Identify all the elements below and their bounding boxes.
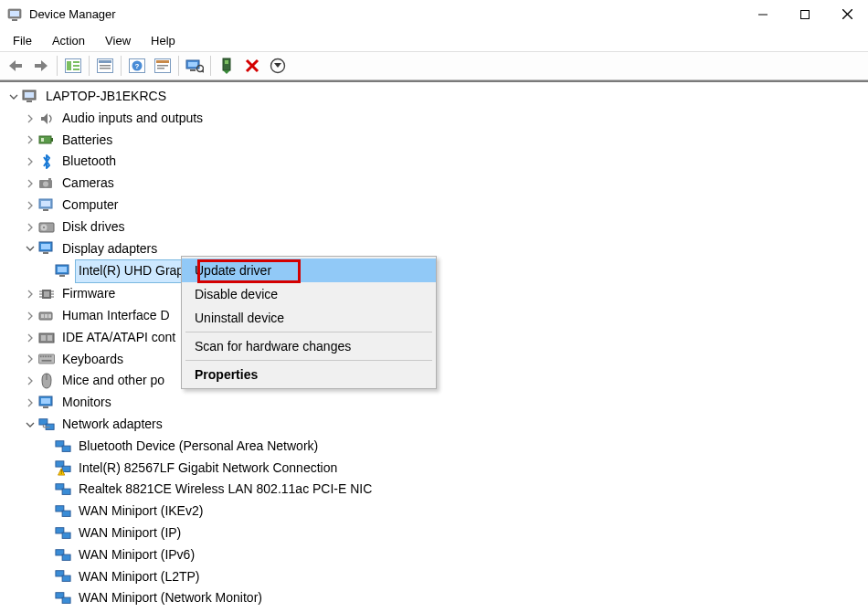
tree-item-network-adapters[interactable]: Network adapters [2, 414, 866, 436]
svg-rect-10 [67, 61, 71, 70]
tree-item-network-child[interactable]: WAN Miniport (IKEv2) [2, 501, 866, 522]
svg-rect-13 [73, 69, 79, 70]
menu-file[interactable]: File [4, 32, 41, 49]
ctx-scan-hardware[interactable]: Scan for hardware changes [182, 334, 436, 358]
tree-item-monitors[interactable]: Monitors [2, 392, 866, 414]
svg-rect-73 [43, 356, 45, 358]
computer-icon [38, 197, 55, 214]
chevron-right-icon[interactable] [24, 332, 37, 344]
svg-rect-80 [41, 398, 50, 404]
ctx-properties[interactable]: Properties [182, 363, 436, 386]
svg-rect-70 [48, 335, 52, 341]
uninstall-device-button[interactable] [240, 54, 264, 78]
bluetooth-icon [38, 153, 55, 170]
ctx-disable-device[interactable]: Disable device [182, 282, 436, 306]
update-driver-button[interactable] [215, 54, 238, 78]
svg-rect-100 [62, 576, 70, 582]
properties-button[interactable] [93, 54, 117, 78]
svg-rect-75 [48, 356, 49, 358]
svg-rect-51 [41, 244, 50, 249]
svg-rect-17 [100, 68, 111, 69]
svg-rect-4 [801, 10, 810, 18]
svg-rect-54 [58, 267, 67, 272]
svg-rect-8 [35, 64, 41, 68]
chevron-right-icon[interactable] [24, 221, 37, 234]
svg-text:!: ! [60, 470, 62, 476]
chevron-down-icon[interactable] [7, 90, 20, 103]
close-button[interactable] [826, 0, 868, 29]
svg-rect-65 [41, 314, 44, 318]
display-icon [38, 240, 55, 257]
firmware-icon [38, 286, 55, 302]
svg-rect-46 [43, 209, 48, 211]
tree-item-disk-drives[interactable]: Disk drives [2, 216, 866, 238]
chevron-right-icon[interactable] [24, 353, 37, 365]
chevron-right-icon[interactable] [24, 310, 37, 322]
disk-icon [38, 219, 55, 236]
tree-item-network-child[interactable]: WAN Miniport (Network Monitor) [2, 587, 866, 609]
chevron-right-icon[interactable] [24, 375, 37, 387]
titlebar: Device Manager [0, 0, 868, 29]
keyboard-icon [38, 351, 55, 367]
tree-item-network-child[interactable]: WAN Miniport (IPv6) [2, 544, 866, 566]
menubar: File Action View Help [0, 29, 868, 51]
network-icon [55, 503, 71, 520]
battery-icon [38, 132, 55, 148]
enable-device-button[interactable] [266, 54, 290, 78]
tree-item-computer[interactable]: Computer [2, 195, 866, 216]
tree-item-batteries[interactable]: Batteries [2, 130, 866, 152]
chevron-right-icon[interactable] [24, 199, 37, 212]
chevron-right-icon[interactable] [24, 177, 37, 190]
svg-rect-72 [40, 356, 42, 358]
svg-rect-45 [41, 201, 50, 206]
action-panel-button[interactable] [151, 54, 175, 78]
minimize-button[interactable] [742, 0, 784, 29]
help-button[interactable]: ? [125, 54, 149, 78]
network-icon [55, 568, 71, 585]
svg-rect-52 [43, 252, 48, 254]
back-button[interactable] [4, 54, 27, 78]
tree-item-network-child[interactable]: WAN Miniport (L2TP) [2, 566, 866, 588]
svg-rect-96 [62, 533, 70, 538]
svg-rect-67 [48, 314, 51, 318]
chevron-right-icon[interactable] [24, 396, 37, 409]
ctx-update-driver[interactable]: Update driver [182, 259, 436, 282]
svg-rect-69 [41, 335, 46, 341]
maximize-button[interactable] [784, 0, 826, 29]
tree-item-bluetooth[interactable]: Bluetooth [2, 151, 866, 173]
svg-rect-77 [42, 360, 52, 362]
forward-button[interactable] [29, 54, 53, 78]
scan-hardware-button[interactable] [183, 54, 206, 78]
tree-item-network-child[interactable]: WAN Miniport (IP) [2, 522, 866, 544]
mouse-icon [38, 373, 55, 389]
window-controls [742, 0, 868, 29]
chevron-down-icon[interactable] [24, 242, 37, 255]
menu-help[interactable]: Help [142, 32, 185, 49]
tree-item-network-child[interactable]: Realtek 8821CE Wireless LAN 802.11ac PCI… [2, 479, 866, 501]
svg-rect-7 [16, 64, 22, 68]
network-icon [55, 590, 71, 607]
tree-item-network-child[interactable]: ! Intel(R) 82567LF Gigabit Network Conne… [2, 458, 866, 480]
network-icon [55, 438, 71, 455]
context-menu-separator [185, 360, 432, 361]
network-icon [55, 525, 71, 542]
menu-view[interactable]: View [96, 32, 140, 49]
tree-root[interactable]: LAPTOP-JB1EKRCS [2, 86, 866, 108]
chevron-right-icon[interactable] [24, 288, 37, 301]
network-icon [55, 481, 71, 498]
tree-item-cameras[interactable]: Cameras [2, 173, 866, 195]
svg-rect-16 [100, 65, 111, 67]
network-warn-icon: ! [55, 459, 71, 476]
tree-item-audio[interactable]: Audio inputs and outputs [2, 108, 866, 130]
ctx-uninstall-device[interactable]: Uninstall device [182, 306, 436, 330]
tree-item-network-child[interactable]: Bluetooth Device (Personal Area Network) [2, 436, 866, 458]
monitor-icon [38, 395, 55, 411]
context-menu-separator [185, 332, 432, 332]
chevron-right-icon[interactable] [24, 133, 37, 146]
chevron-right-icon[interactable] [24, 155, 37, 168]
chevron-right-icon[interactable] [24, 112, 37, 125]
context-menu: Update driver Disable device Uninstall d… [181, 256, 437, 389]
menu-action[interactable]: Action [43, 32, 94, 49]
show-hide-console-tree-button[interactable] [61, 54, 85, 78]
chevron-down-icon[interactable] [24, 418, 37, 431]
